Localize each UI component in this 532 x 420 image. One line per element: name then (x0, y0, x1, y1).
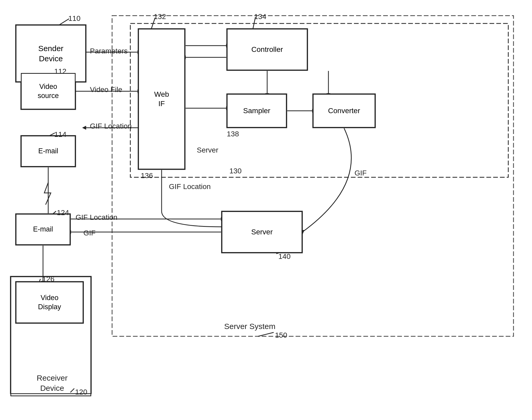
gif-label: GIF (354, 169, 367, 177)
ref-132: 132 (154, 13, 166, 21)
gif-location-sender-label: GIF Location (90, 122, 132, 130)
server-inner-label: Server (197, 146, 218, 154)
ref-114: 114 (54, 130, 66, 139)
parameters-label: Parameters (90, 47, 128, 55)
ref-126: 126 (42, 275, 54, 283)
server-main-box: Server (222, 211, 302, 253)
receiver-device-label: ReceiverDevice (20, 373, 85, 393)
web-if-box: WebIF (138, 29, 185, 169)
gif-bottom-label: GIF (83, 229, 96, 237)
video-source-box: Videosource (21, 73, 76, 109)
server-system-label: Server System (224, 322, 276, 331)
ref-138: 138 (227, 130, 239, 138)
controller-box: Controller (227, 29, 308, 70)
ref-130: 130 (229, 167, 242, 175)
ref-110: 110 (68, 14, 81, 23)
sampler-box: Sampler (227, 94, 287, 128)
converter-box: Converter (313, 94, 375, 128)
svg-marker-18 (82, 126, 86, 130)
gif-location-server-label: GIF Location (169, 182, 211, 191)
ref-150: 150 (275, 331, 287, 339)
ref-136: 136 (141, 172, 153, 180)
ref-134: 134 (254, 13, 266, 21)
ref-112: 112 (54, 67, 66, 76)
email-sender-box: E-mail (21, 136, 76, 167)
diagram: SenderDevice Videosource E-mail WebIF Co… (0, 0, 532, 420)
email-receiver-box: E-mail (16, 214, 70, 245)
ref-140: 140 (278, 252, 291, 261)
video-file-label: Video File (90, 86, 122, 94)
ref-124: 124 (57, 209, 69, 217)
svg-line-49 (258, 332, 274, 336)
gif-location-bottom-label: GIF Location (76, 213, 117, 222)
